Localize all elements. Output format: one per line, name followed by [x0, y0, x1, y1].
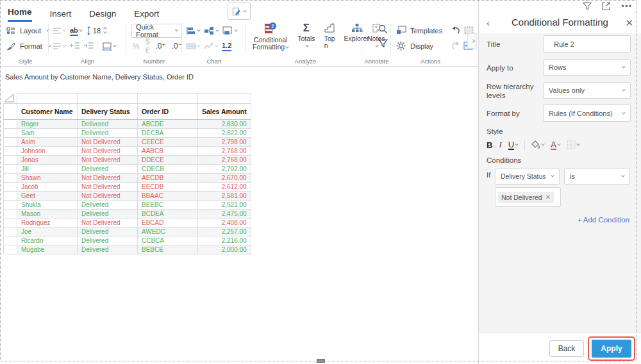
- table-corner-cell[interactable]: [4, 94, 17, 104]
- order-id-cell[interactable]: AABCB: [138, 147, 198, 156]
- hierarchy-select[interactable]: Values only: [543, 82, 631, 99]
- status-cell[interactable]: Not Delivered: [78, 183, 138, 192]
- redo-icon[interactable]: [451, 42, 460, 51]
- amount-cell[interactable]: 2,822.00: [198, 129, 251, 138]
- empty-header-cell[interactable]: [78, 94, 138, 104]
- customer-cell[interactable]: Mugabe: [17, 245, 78, 254]
- customer-cell[interactable]: Geet: [17, 192, 78, 201]
- row-selector-header[interactable]: [4, 104, 17, 120]
- tab-home[interactable]: Home: [8, 7, 32, 22]
- amount-cell[interactable]: 2,768.00: [198, 156, 251, 165]
- status-cell[interactable]: Delivered: [78, 201, 138, 210]
- status-cell[interactable]: Delivered: [78, 228, 138, 236]
- row-selector-cell[interactable]: [4, 245, 17, 254]
- status-cell[interactable]: Delivered: [78, 236, 138, 245]
- customer-cell[interactable]: Shukla: [17, 201, 78, 210]
- rule-title-input[interactable]: Rule 2: [543, 35, 631, 53]
- column-header-customer[interactable]: Customer Name: [17, 104, 78, 120]
- close-icon[interactable]: ✕: [625, 17, 633, 29]
- status-cell[interactable]: Not Delivered: [78, 156, 138, 165]
- row-selector-cell[interactable]: [4, 236, 17, 245]
- chip-remove-icon[interactable]: ✕: [545, 194, 551, 201]
- amount-cell[interactable]: 2,521.00: [198, 201, 251, 210]
- edit-mode-button[interactable]: [228, 3, 251, 20]
- back-button[interactable]: Back: [549, 340, 584, 357]
- customer-cell[interactable]: Ricardo: [17, 236, 78, 245]
- format-button[interactable]: Format: [6, 39, 51, 53]
- order-id-cell[interactable]: DECBA: [138, 129, 198, 138]
- currency-format-button[interactable]: $€: [146, 37, 150, 55]
- condition-field-select[interactable]: Delivery Status: [495, 168, 560, 185]
- decimal-places-button[interactable]: 1.2: [222, 42, 231, 51]
- italic-button[interactable]: I: [499, 140, 501, 150]
- status-cell[interactable]: Not Delivered: [78, 174, 138, 183]
- customer-cell[interactable]: Jill: [17, 165, 78, 174]
- amount-cell[interactable]: 2,216.00: [198, 236, 251, 245]
- amount-cell[interactable]: 2,408.00: [198, 219, 251, 228]
- amount-cell[interactable]: 2,702.00: [198, 165, 251, 174]
- increase-decimal-button[interactable]: .0⁺: [155, 42, 165, 51]
- status-cell[interactable]: Delivered: [78, 120, 138, 129]
- customer-cell[interactable]: Johnson: [17, 147, 78, 156]
- amount-cell[interactable]: 2,257.00: [198, 228, 251, 236]
- decrease-decimal-button[interactable]: .0⁻: [172, 42, 182, 51]
- indent-decrease-button[interactable]: [70, 42, 79, 51]
- customer-cell[interactable]: Roger: [17, 120, 78, 129]
- hierarchy-chart-button[interactable]: [204, 26, 219, 35]
- order-id-cell[interactable]: BEEBC: [138, 201, 198, 210]
- row-selector-cell[interactable]: [4, 201, 17, 210]
- apply-to-select[interactable]: Rows: [543, 59, 631, 76]
- add-condition-link[interactable]: + Add Condition: [577, 216, 629, 224]
- bar-chart-button[interactable]: [186, 26, 200, 35]
- row-selector-cell[interactable]: [4, 120, 17, 129]
- font-color-button[interactable]: A: [551, 140, 560, 150]
- customer-cell[interactable]: Joe: [17, 228, 78, 236]
- row-height-control[interactable]: 18: [87, 26, 106, 35]
- format-by-select[interactable]: Rules (If Conditions): [543, 104, 631, 122]
- layout-button[interactable]: Layout: [6, 24, 49, 38]
- order-id-cell[interactable]: AECDB: [138, 174, 198, 183]
- notes-button[interactable]: Notes: [367, 23, 385, 47]
- conditional-formatting-button[interactable]: 2 Conditional Formatting: [253, 23, 288, 51]
- h-align-button[interactable]: [53, 27, 65, 35]
- filter-icon[interactable]: [583, 2, 592, 11]
- row-selector-cell[interactable]: [4, 165, 17, 174]
- row-selector-cell[interactable]: [4, 210, 17, 219]
- empty-header-cell[interactable]: [17, 94, 78, 104]
- order-id-cell[interactable]: BBAAC: [138, 192, 198, 201]
- table-view-button[interactable]: [186, 42, 200, 50]
- apply-button[interactable]: Apply: [592, 340, 631, 358]
- amount-cell[interactable]: 2,612.00: [198, 183, 251, 192]
- totals-button[interactable]: Σ Totals: [297, 23, 315, 47]
- status-cell[interactable]: Not Delivered: [78, 192, 138, 201]
- row-selector-cell[interactable]: [4, 138, 17, 147]
- status-cell[interactable]: Not Delivered: [78, 138, 138, 147]
- tab-insert[interactable]: Insert: [50, 9, 72, 22]
- percent-format-button[interactable]: %: [133, 42, 140, 51]
- templates-button[interactable]: Templates: [410, 27, 442, 35]
- row-selector-cell[interactable]: [4, 156, 17, 165]
- borders-button[interactable]: [567, 140, 579, 149]
- condition-value-box[interactable]: Not Delivered ✕: [495, 187, 561, 207]
- amount-cell[interactable]: 2,768.00: [198, 147, 251, 156]
- panel-collapse-toggle[interactable]: [467, 33, 477, 49]
- row-selector-cell[interactable]: [4, 147, 17, 156]
- customer-cell[interactable]: Jonas: [17, 156, 78, 165]
- amount-cell[interactable]: 2,581.00: [198, 192, 251, 201]
- amount-cell[interactable]: 2,798.00: [198, 138, 251, 147]
- row-selector-cell[interactable]: [4, 183, 17, 192]
- customer-cell[interactable]: Mason: [17, 210, 78, 219]
- combo-chart-button[interactable]: [222, 26, 237, 35]
- customer-cell[interactable]: Asim: [17, 138, 78, 147]
- expand-icon[interactable]: [602, 2, 611, 11]
- status-cell[interactable]: Delivered: [78, 165, 138, 174]
- row-selector-cell[interactable]: [4, 174, 17, 183]
- status-cell[interactable]: Delivered: [78, 245, 138, 254]
- cell-size-button[interactable]: [102, 42, 116, 51]
- empty-header-cell[interactable]: [198, 94, 251, 104]
- empty-header-cell[interactable]: [138, 94, 198, 104]
- customer-cell[interactable]: Sam: [17, 129, 78, 138]
- condition-operator-select[interactable]: is: [564, 168, 630, 185]
- top-n-button[interactable]: Top n: [324, 23, 335, 49]
- order-id-cell[interactable]: ABCDE: [138, 120, 198, 129]
